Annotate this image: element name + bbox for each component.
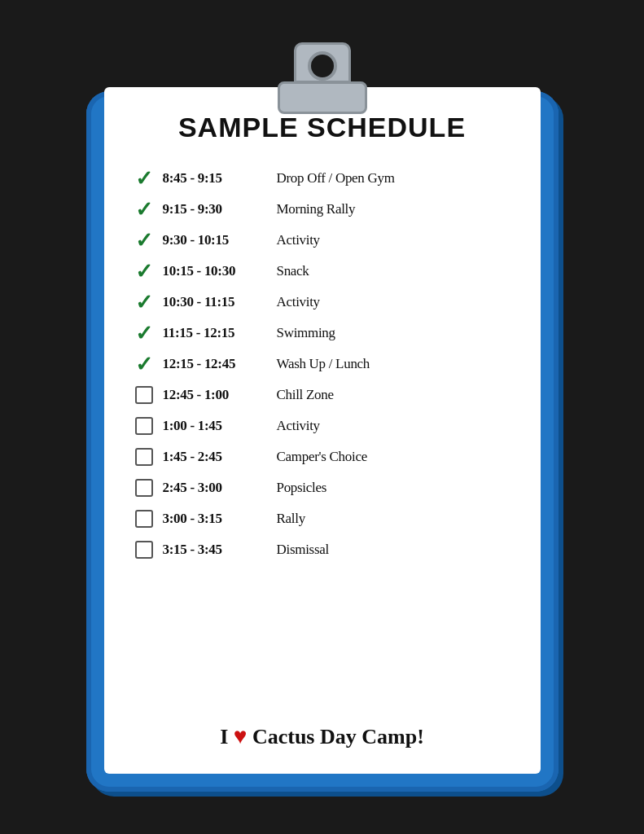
checkbox-11[interactable] [134, 477, 155, 498]
checkbox-7[interactable]: ✓ [134, 353, 155, 375]
empty-checkbox-box [135, 479, 153, 497]
page-title: Sample Schedule [134, 112, 511, 143]
schedule-row: ✓10:30 - 11:15Activity [134, 287, 511, 318]
activity-label-2: Morning Rally [277, 201, 356, 217]
activity-label-3: Activity [277, 232, 320, 248]
schedule-row: 1:45 - 2:45Camper's Choice [134, 441, 511, 472]
empty-checkbox-box [135, 417, 153, 435]
activity-label-5: Activity [277, 294, 320, 310]
checkmark-icon: ✓ [135, 259, 153, 284]
clipboard-clip [278, 42, 367, 116]
time-slot-8: 12:45 - 1:00 [163, 387, 269, 403]
time-slot-1: 8:45 - 9:15 [163, 170, 269, 187]
activity-label-8: Chill Zone [277, 387, 334, 403]
checkbox-12[interactable] [134, 508, 155, 529]
activity-label-13: Dismissal [277, 542, 329, 558]
schedule-row: ✓9:15 - 9:30Morning Rally [134, 194, 511, 225]
schedule-row: 3:15 - 3:45Dismissal [134, 534, 511, 565]
time-slot-10: 1:45 - 2:45 [163, 449, 269, 465]
checkbox-13[interactable] [134, 539, 155, 560]
schedule-row: 3:00 - 3:15Rally [134, 503, 511, 534]
schedule-list: ✓8:45 - 9:15Drop Off / Open Gym✓9:15 - 9… [134, 163, 511, 709]
checkbox-1[interactable]: ✓ [134, 168, 155, 189]
clip-bottom [278, 81, 367, 114]
checkmark-icon: ✓ [135, 290, 153, 315]
schedule-row: ✓11:15 - 12:15Swimming [134, 318, 511, 349]
activity-label-11: Popsicles [277, 480, 327, 496]
checkbox-8[interactable] [134, 384, 155, 406]
time-slot-6: 11:15 - 12:15 [163, 325, 269, 341]
activity-label-10: Camper's Choice [277, 449, 367, 465]
footer-post: Cactus Day Camp! [247, 725, 423, 748]
clipboard: Sample Schedule ✓8:45 - 9:15Drop Off / O… [86, 42, 559, 792]
schedule-row: ✓9:30 - 10:15Activity [134, 225, 511, 256]
time-slot-7: 12:15 - 12:45 [163, 356, 269, 372]
empty-checkbox-box [135, 386, 153, 404]
checkmark-icon: ✓ [135, 321, 153, 346]
schedule-row: 12:45 - 1:00Chill Zone [134, 380, 511, 410]
clip-top [294, 42, 351, 83]
checkbox-6[interactable]: ✓ [134, 323, 155, 344]
activity-label-7: Wash Up / Lunch [277, 356, 370, 372]
empty-checkbox-box [135, 448, 153, 466]
activity-label-6: Swimming [277, 325, 335, 341]
schedule-row: ✓10:15 - 10:30Snack [134, 256, 511, 287]
time-slot-3: 9:30 - 10:15 [163, 232, 269, 248]
checkmark-icon: ✓ [135, 228, 153, 253]
checkbox-3[interactable]: ✓ [134, 230, 155, 251]
activity-label-1: Drop Off / Open Gym [277, 170, 395, 187]
time-slot-11: 2:45 - 3:00 [163, 480, 269, 496]
checkbox-2[interactable]: ✓ [134, 199, 155, 220]
time-slot-12: 3:00 - 3:15 [163, 511, 269, 527]
empty-checkbox-box [135, 510, 153, 528]
schedule-row: 2:45 - 3:00Popsicles [134, 472, 511, 503]
time-slot-5: 10:30 - 11:15 [163, 294, 269, 310]
schedule-row: 1:00 - 1:45Activity [134, 410, 511, 441]
checkmark-icon: ✓ [135, 166, 153, 191]
checkbox-9[interactable] [134, 415, 155, 437]
time-slot-9: 1:00 - 1:45 [163, 418, 269, 434]
time-slot-2: 9:15 - 9:30 [163, 201, 269, 217]
activity-label-4: Snack [277, 263, 309, 279]
heart-icon: ♥ [234, 723, 248, 748]
schedule-row: ✓8:45 - 9:15Drop Off / Open Gym [134, 163, 511, 194]
paper: Sample Schedule ✓8:45 - 9:15Drop Off / O… [104, 87, 541, 774]
checkbox-4[interactable]: ✓ [134, 261, 155, 282]
checkbox-10[interactable] [134, 446, 155, 467]
checkmark-icon: ✓ [135, 352, 153, 377]
footer: I ♥ Cactus Day Camp! [134, 723, 511, 749]
checkmark-icon: ✓ [135, 197, 153, 222]
empty-checkbox-box [135, 541, 153, 559]
time-slot-13: 3:15 - 3:45 [163, 542, 269, 558]
activity-label-9: Activity [277, 418, 320, 434]
activity-label-12: Rally [277, 511, 305, 527]
schedule-row: ✓12:15 - 12:45Wash Up / Lunch [134, 349, 511, 380]
time-slot-4: 10:15 - 10:30 [163, 263, 269, 279]
checkbox-5[interactable]: ✓ [134, 292, 155, 313]
footer-pre: I [220, 725, 234, 748]
